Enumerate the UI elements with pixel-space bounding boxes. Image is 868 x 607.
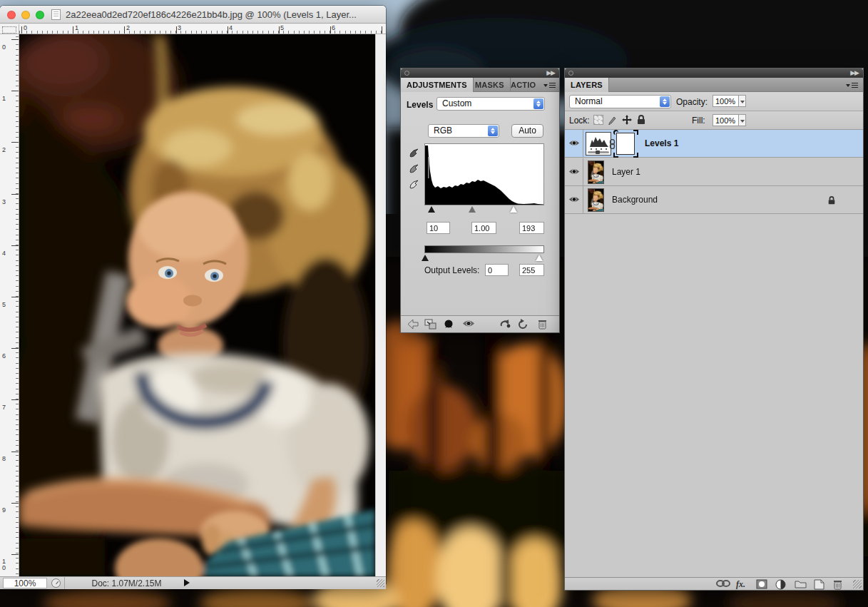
black-point-eyedropper-icon[interactable] xyxy=(408,148,419,159)
panel-resize-grip[interactable] xyxy=(853,580,862,588)
ruler-number: 5 xyxy=(2,302,6,308)
panel-close-icon[interactable] xyxy=(568,71,573,76)
shadow-input-slider[interactable] xyxy=(428,206,435,213)
ruler-number: 8 xyxy=(2,456,6,462)
preset-select[interactable]: Custom xyxy=(436,97,545,111)
output-highlight-field[interactable] xyxy=(519,264,544,276)
horizontal-ruler[interactable]: 0 1 2 3 4 5 6 xyxy=(19,24,386,34)
lock-row: Lock: Fill: xyxy=(565,111,863,130)
collapse-to-icons-icon[interactable]: ▶▶ xyxy=(850,69,859,76)
zoom-button[interactable] xyxy=(36,11,44,19)
visibility-toggle[interactable] xyxy=(565,130,583,157)
visibility-toggle[interactable] xyxy=(565,186,583,213)
new-adjustment-icon[interactable] xyxy=(775,579,786,590)
new-group-icon[interactable] xyxy=(795,579,807,589)
close-button[interactable] xyxy=(7,11,16,19)
lock-position-icon[interactable] xyxy=(622,115,632,125)
clip-to-layer-icon[interactable] xyxy=(444,319,454,330)
layers-panel: ▶▶ LAYERS Normal Opacity: Lock: Fill: xyxy=(564,68,864,591)
tab-adjustments[interactable]: ADJUSTMENTS xyxy=(401,78,474,92)
visibility-toggle[interactable] xyxy=(565,158,583,185)
vertical-ruler[interactable]: 0 1 2 3 4 5 6 7 8 9 1 0 xyxy=(0,34,19,576)
fill-label: Fill: xyxy=(692,116,705,126)
background-lock-icon xyxy=(827,195,836,205)
visibility-eye-icon[interactable] xyxy=(462,319,475,328)
output-highlight-slider[interactable] xyxy=(536,255,543,261)
reset-icon[interactable] xyxy=(518,319,529,330)
midtone-input-field[interactable] xyxy=(471,222,496,234)
document-size-info: Doc: 1.07M/2.15M xyxy=(71,578,182,588)
channel-select[interactable]: RGB xyxy=(428,124,499,138)
ruler-number: 2 xyxy=(2,147,6,153)
panel-close-icon[interactable] xyxy=(404,71,409,76)
layer-name[interactable]: Background xyxy=(612,195,658,205)
link-layers-icon[interactable] xyxy=(716,579,730,588)
lock-paint-icon[interactable] xyxy=(608,115,618,125)
opacity-dropdown-icon[interactable] xyxy=(739,95,746,107)
select-stepper-icon xyxy=(488,126,498,136)
layer-name[interactable]: Levels 1 xyxy=(645,138,678,148)
fill-dropdown-icon[interactable] xyxy=(739,114,746,126)
layer-row-background[interactable]: Background xyxy=(565,186,863,214)
white-point-eyedropper-icon[interactable] xyxy=(408,179,419,190)
levels-adjustment-thumbnail[interactable] xyxy=(586,132,611,155)
layer-thumbnail[interactable] xyxy=(588,188,604,212)
fill-field[interactable] xyxy=(713,114,739,126)
layers-footer: fx. xyxy=(565,577,863,590)
ruler-number: 3 xyxy=(178,24,181,31)
return-arrow-icon[interactable] xyxy=(407,319,419,330)
shadow-input-field[interactable] xyxy=(427,222,450,234)
panel-menu-icon[interactable] xyxy=(846,81,859,89)
delete-layer-icon[interactable] xyxy=(833,579,842,590)
ruler-number: 2 xyxy=(126,24,130,31)
output-shadow-field[interactable] xyxy=(485,264,509,276)
layer-thumbnail[interactable] xyxy=(588,160,604,184)
status-bar: 100% Doc: 1.07M/2.15M xyxy=(0,576,386,589)
zoom-level-field[interactable]: 100% xyxy=(3,578,47,588)
panel-drag-bar[interactable]: ▶▶ xyxy=(565,68,863,78)
output-shadow-slider[interactable] xyxy=(422,255,429,261)
lock-transparency-icon[interactable] xyxy=(593,115,603,125)
minimize-button[interactable] xyxy=(21,11,30,19)
layers-tabrow: LAYERS xyxy=(565,78,863,92)
blend-mode-select[interactable]: Normal xyxy=(569,95,671,108)
title-bar[interactable]: 2a22eea0d2ed720ef186c4226e21bb4b.jpg @ 1… xyxy=(0,6,386,24)
delete-icon[interactable] xyxy=(538,319,547,330)
layer-row-levels-1[interactable]: Levels 1 xyxy=(565,130,863,158)
ruler-number: 3 xyxy=(2,199,6,205)
lock-label: Lock: xyxy=(569,116,590,126)
tab-actions[interactable]: ACTIO xyxy=(505,78,541,92)
blend-mode-row: Normal Opacity: xyxy=(565,92,863,111)
new-layer-icon[interactable] xyxy=(814,579,824,590)
highlight-input-slider[interactable] xyxy=(510,206,517,213)
layer-style-icon[interactable]: fx. xyxy=(736,579,745,590)
adjustments-tabrow: ADJUSTMENTS MASKS ACTIO xyxy=(401,78,559,92)
status-clock-icon xyxy=(51,578,61,588)
tab-layers[interactable]: LAYERS xyxy=(565,78,609,92)
opacity-label: Opacity: xyxy=(676,97,708,107)
window-resize-grip[interactable] xyxy=(377,579,384,587)
opacity-field[interactable] xyxy=(713,95,739,107)
eye-icon xyxy=(568,195,580,203)
view-previous-state-icon[interactable] xyxy=(499,319,511,329)
add-mask-icon[interactable] xyxy=(756,579,767,589)
highlight-input-field[interactable] xyxy=(519,222,544,234)
layer-mask-thumbnail[interactable] xyxy=(616,133,635,155)
panel-drag-bar[interactable]: ▶▶ xyxy=(401,68,559,78)
expanded-view-icon[interactable] xyxy=(424,319,437,330)
status-menu-arrow[interactable] xyxy=(184,579,190,586)
image-canvas[interactable] xyxy=(19,34,375,576)
lock-all-icon[interactable] xyxy=(636,115,646,125)
auto-button[interactable]: Auto xyxy=(511,124,543,138)
collapse-to-icons-icon[interactable]: ▶▶ xyxy=(546,69,555,76)
ruler-number: 0 xyxy=(24,24,27,31)
ruler-corner xyxy=(0,24,19,34)
panel-menu-icon[interactable] xyxy=(543,81,556,89)
layer-row-layer-1[interactable]: Layer 1 xyxy=(565,158,863,186)
mask-link-icon[interactable] xyxy=(609,139,616,149)
midtone-input-slider[interactable] xyxy=(469,206,476,213)
scrollbar-track-vertical[interactable] xyxy=(375,34,386,576)
layer-name[interactable]: Layer 1 xyxy=(612,167,640,177)
adjustments-footer xyxy=(401,315,559,332)
gray-point-eyedropper-icon[interactable] xyxy=(408,163,419,175)
